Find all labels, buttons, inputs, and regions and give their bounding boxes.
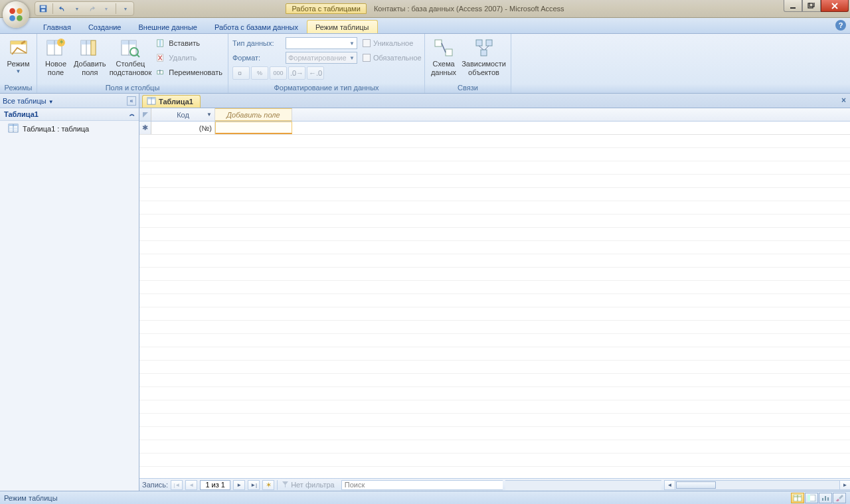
nav-item-table[interactable]: Таблица1 : таблица [0, 121, 139, 137]
datasheet-grid[interactable]: Код▼ Добавить поле ✱ (№) [139, 108, 850, 478]
view-shortcuts [791, 493, 846, 503]
svg-rect-21 [91, 41, 96, 55]
status-mode-label: Режим таблицы [4, 494, 58, 502]
inc-decimals-icon: .0→ [290, 69, 303, 77]
select-all-cell[interactable] [139, 108, 151, 121]
tab-external-data[interactable]: Внешние данные [130, 20, 206, 33]
format-combo: Форматирование▼ [286, 52, 357, 64]
lookup-column-icon [120, 37, 141, 58]
nav-pane-header[interactable]: Все таблицы ▼ « [0, 94, 139, 108]
chevron-down-icon: ▼ [349, 55, 355, 61]
svg-rect-36 [486, 40, 492, 46]
table-icon [8, 124, 19, 134]
filter-indicator[interactable]: Нет фильтра [277, 480, 339, 490]
save-icon[interactable] [38, 3, 48, 14]
scroll-right-button[interactable]: ► [839, 481, 850, 489]
first-record-button[interactable]: |◄ [171, 480, 183, 490]
tab-database-tools[interactable]: Работа с базами данных [206, 20, 307, 33]
next-record-button[interactable]: ► [233, 480, 245, 490]
currency-button: ¤ [232, 66, 250, 80]
table-icon [147, 97, 156, 106]
search-input[interactable] [341, 480, 503, 490]
svg-line-26 [137, 54, 139, 57]
svg-rect-5 [41, 6, 46, 9]
add-fields-icon [79, 37, 100, 58]
qat-customize-icon[interactable]: ▼ [120, 3, 131, 14]
pivotchart-view-shortcut[interactable] [819, 493, 832, 503]
row-selector[interactable]: ✱ [139, 122, 151, 134]
insert-button[interactable]: Вставить [154, 36, 224, 50]
close-tab-button[interactable]: × [841, 96, 846, 105]
svg-text:✶: ✶ [58, 38, 64, 46]
svg-point-1 [17, 8, 23, 14]
office-logo-icon [7, 6, 25, 23]
cell-active[interactable] [215, 122, 292, 134]
svg-rect-50 [808, 495, 810, 501]
svg-rect-33 [435, 40, 442, 46]
nav-group-header[interactable]: Таблица1 ︽ [0, 108, 139, 121]
svg-text:I: I [159, 68, 161, 75]
new-record-icon: ✱ [142, 124, 148, 132]
help-button[interactable]: ? [835, 20, 846, 31]
last-record-button[interactable]: ►| [248, 480, 260, 490]
group-format-label: Форматирование и тип данных [228, 83, 424, 93]
datasheet-view-icon [8, 37, 29, 58]
view-label: Режим [7, 60, 30, 68]
pivottable-view-shortcut[interactable] [805, 493, 818, 503]
view-button[interactable]: Режим ▼ [4, 36, 33, 76]
title-bar: ▼ ▼ ▼ Работа с таблицами Контакты : база… [0, 0, 850, 18]
horizontal-scrollbar[interactable]: ◄ ► [664, 480, 850, 490]
cell-id[interactable]: (№) [151, 122, 215, 134]
scroll-left-button[interactable]: ◄ [665, 481, 675, 489]
svg-point-0 [9, 8, 15, 14]
delete-button: Удалить [154, 50, 224, 65]
column-header-id[interactable]: Код▼ [151, 108, 215, 121]
svg-text:¤: ¤ [238, 69, 242, 77]
scroll-thumb[interactable] [676, 481, 716, 489]
status-bar: Режим таблицы [0, 491, 850, 504]
redo-dropdown-icon[interactable]: ▼ [101, 3, 112, 14]
group-fields-label: Поля и столбцы [37, 83, 228, 93]
pivottable-icon [808, 495, 815, 501]
tab-datasheet[interactable]: Режим таблицы [307, 20, 378, 33]
add-fields-button[interactable]: Добавить поля [73, 36, 107, 78]
ribbon: Режим ▼ Режимы ✶ Новое поле Добавить пол… [0, 34, 850, 94]
new-field-button[interactable]: ✶ Новое поле [41, 36, 70, 78]
new-record-button[interactable]: ✶ [262, 480, 274, 490]
document-tab[interactable]: Таблица1 [142, 95, 201, 108]
svg-rect-8 [808, 3, 813, 8]
object-deps-button[interactable]: Зависимости объектов [461, 36, 507, 78]
undo-icon[interactable] [57, 3, 68, 14]
redo-icon[interactable] [86, 3, 97, 14]
record-navigator: Запись: |◄ ◄ ► ►| ✶ Нет фильтра ◄ ► [139, 478, 850, 491]
grid-new-row[interactable]: ✱ (№) [139, 122, 850, 135]
chevron-down-icon: ▼ [349, 41, 355, 46]
maximize-button[interactable] [802, 0, 821, 12]
lookup-column-button[interactable]: Столбец подстановок [110, 36, 152, 78]
column-header-add-field[interactable]: Добавить поле [215, 108, 292, 121]
lookup-column-label: Столбец подстановок [110, 60, 152, 76]
document-tab-label: Таблица1 [159, 98, 193, 106]
svg-rect-53 [827, 497, 829, 501]
rename-button[interactable]: IПереименовать [154, 65, 224, 80]
record-position-input[interactable] [200, 480, 230, 490]
svg-rect-51 [822, 498, 823, 501]
datasheet-view-shortcut[interactable] [791, 493, 804, 503]
close-button[interactable] [821, 0, 849, 12]
chevron-up-icon: ︽ [129, 110, 135, 118]
required-checkbox: Обязательное [363, 50, 422, 65]
tab-home[interactable]: Главная [35, 20, 80, 33]
tab-create[interactable]: Создание [80, 20, 130, 33]
collapse-nav-button[interactable]: « [127, 96, 136, 106]
group-relations-label: Связи [425, 83, 511, 93]
minimize-button[interactable] [784, 0, 802, 12]
prev-record-button[interactable]: ◄ [185, 480, 197, 490]
document-tabs: Таблица1 × [139, 94, 850, 108]
datatype-combo[interactable]: ▼ [286, 37, 357, 49]
datasheet-icon [794, 495, 802, 501]
percent-button: % [251, 66, 268, 80]
relationships-button[interactable]: Схема данных [429, 36, 458, 78]
undo-dropdown-icon[interactable]: ▼ [72, 3, 82, 14]
office-button[interactable] [3, 1, 29, 28]
design-view-shortcut[interactable] [833, 493, 846, 503]
